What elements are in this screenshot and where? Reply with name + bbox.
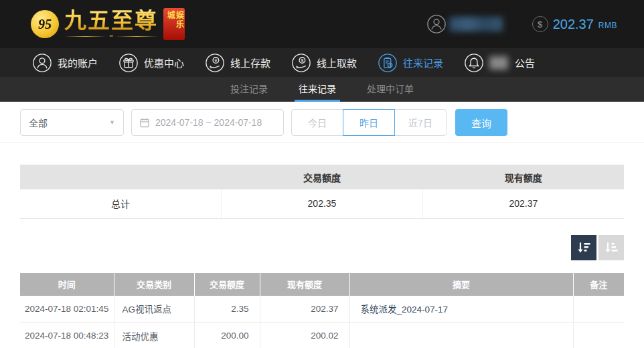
nav-label: 我的账户 [58, 56, 98, 70]
record-summary [349, 323, 573, 348]
query-button[interactable]: 查询 [455, 109, 507, 136]
user-icon [32, 53, 52, 73]
user-account[interactable] [426, 14, 503, 34]
bell-icon [464, 53, 484, 73]
summary-total-row: 总计 202.35 202.37 [20, 189, 624, 218]
record-time: 2024-07-18 00:48:23 [20, 323, 114, 348]
balance-display[interactable]: $ 202.37 RMB [532, 16, 617, 32]
summary-header-row: 交易额度 现有额度 [20, 165, 624, 189]
logo-text: 九五至尊 ∞ [64, 9, 158, 39]
nav-label: 公告 [515, 56, 535, 70]
record-amount: 2.35 [194, 296, 260, 323]
nav-label: 往来记录 [403, 56, 443, 70]
logo-flourish: ∞ [64, 33, 158, 39]
chevron-down-icon: ▼ [109, 119, 115, 126]
nav-item-deposit[interactable]: ¥ 线上存款 [205, 53, 270, 73]
filter-bar: 全部 ▼ 2024-07-18 ~ 2024-07-18 今日 昨日 近7日 查… [0, 109, 644, 143]
calendar-icon [139, 117, 150, 128]
main-nav: 我的账户 优惠中心 ¥ 线上存款 $ 线上取款 [0, 48, 644, 77]
record-amount: 200.00 [194, 323, 260, 348]
last-7-days-button[interactable]: 近7日 [394, 109, 447, 136]
summary-transaction-amount: 202.35 [222, 189, 423, 218]
date-range-input[interactable]: 2024-07-18 ~ 2024-07-18 [131, 109, 284, 136]
sort-controls [20, 235, 624, 260]
balance-amount: 202.37 [553, 17, 594, 32]
table-row: 2024-07-18 00:48:23 活动优惠 200.00 200.02 [20, 323, 624, 348]
nav-label: 线上存款 [230, 56, 270, 70]
nav-item-withdraw[interactable]: $ 线上取款 [291, 53, 357, 73]
svg-text:¥: ¥ [214, 58, 217, 62]
username-redacted [449, 17, 503, 31]
records-header-type: 交易类别 [114, 273, 194, 296]
nav-label: 线上取款 [317, 56, 357, 70]
quick-date-group: 今日 昨日 近7日 [291, 109, 447, 136]
record-time: 2024-07-18 02:01:45 [20, 296, 114, 323]
table-row: 2024-07-18 02:01:45 AG视讯返点 2.35 202.37 系… [20, 296, 624, 323]
logo-monogram-icon: 95 [31, 10, 59, 38]
records-header-time: 时间 [20, 273, 114, 296]
user-avatar-icon [426, 14, 447, 34]
nav-item-promotions[interactable]: 优惠中心 [118, 53, 184, 73]
logo-badge: 娱乐城 [163, 8, 185, 40]
summary-current-amount: 202.37 [422, 189, 624, 218]
summary-total-label: 总计 [20, 189, 222, 218]
records-header-balance: 现有额度 [260, 273, 349, 296]
summary-header-transaction-amount: 交易额度 [222, 165, 423, 189]
dollar-icon: $ [532, 16, 548, 32]
summary-table: 交易额度 现有额度 总计 202.35 202.37 [20, 165, 624, 219]
records-header-note: 备注 [573, 273, 624, 296]
date-range-value: 2024-07-18 ~ 2024-07-18 [155, 117, 262, 128]
type-select-value: 全部 [29, 116, 48, 129]
record-tabs: 投注记录 往来记录 处理中订单 [0, 77, 644, 102]
record-note [573, 323, 624, 348]
records-header-summary: 摘要 [349, 273, 573, 296]
record-balance: 200.02 [260, 323, 349, 348]
sort-ascending-button[interactable] [598, 235, 624, 260]
records-header-row: 时间 交易类别 交易额度 现有额度 摘要 备注 [20, 273, 624, 296]
svg-text:$: $ [301, 58, 304, 62]
tab-betting-records[interactable]: 投注记录 [226, 77, 272, 102]
records-header-amount: 交易额度 [194, 273, 260, 296]
summary-header-blank [20, 165, 222, 189]
site-logo[interactable]: 95 九五至尊 ∞ 娱乐城 [31, 8, 185, 40]
nav-item-announcements[interactable]: 公告 [464, 53, 535, 73]
today-button[interactable]: 今日 [291, 109, 343, 136]
tab-processing-orders[interactable]: 处理中订单 [363, 77, 418, 102]
records-table: 时间 交易类别 交易额度 现有额度 摘要 备注 2024-07-18 02:01… [20, 273, 624, 348]
nav-item-transactions[interactable]: 往来记录 [378, 53, 443, 73]
sort-descending-button[interactable] [571, 235, 596, 260]
balance-currency: RMB [598, 21, 617, 30]
type-select[interactable]: 全部 ▼ [20, 109, 124, 136]
sort-descending-icon [576, 240, 592, 256]
record-summary: 系统派发_2024-07-17 [349, 296, 573, 323]
header-right: $ 202.37 RMB [426, 14, 617, 34]
record-type: 活动优惠 [114, 323, 194, 348]
summary-header-current-amount: 现有额度 [422, 165, 624, 189]
logo-title: 九五至尊 [64, 9, 158, 31]
nav-label: 优惠中心 [144, 56, 184, 70]
gift-icon [118, 53, 139, 73]
announcement-redacted [489, 56, 508, 70]
deposit-icon: ¥ [205, 53, 225, 73]
yesterday-button[interactable]: 昨日 [343, 109, 395, 136]
withdraw-icon: $ [291, 53, 311, 73]
logo-monogram: 95 [38, 17, 52, 32]
top-header: 95 九五至尊 ∞ 娱乐城 $ 202.37 RMB [0, 0, 644, 48]
nav-item-my-account[interactable]: 我的账户 [32, 53, 98, 73]
record-balance: 202.37 [260, 296, 349, 323]
sort-ascending-icon [603, 240, 619, 256]
records-icon [378, 53, 398, 73]
tab-transaction-records[interactable]: 往来记录 [295, 77, 340, 102]
record-note [573, 296, 624, 323]
record-type: AG视讯返点 [114, 296, 194, 323]
content: 全部 ▼ 2024-07-18 ~ 2024-07-18 今日 昨日 近7日 查… [0, 102, 644, 348]
